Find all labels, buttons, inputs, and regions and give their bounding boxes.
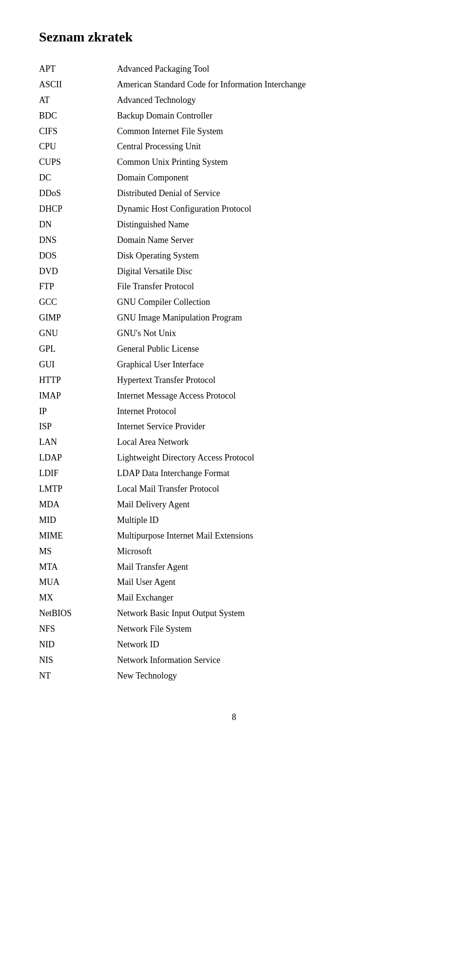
abbreviation-value: Multipurpose Internet Mail Extensions bbox=[117, 529, 429, 543]
abbreviation-key: DOS bbox=[39, 249, 117, 263]
abbreviation-value: Digital Versatile Disc bbox=[117, 265, 429, 279]
list-item: NTNew Technology bbox=[39, 669, 429, 683]
abbreviation-key: IP bbox=[39, 405, 117, 419]
abbreviation-value: Dynamic Host Configuration Protocol bbox=[117, 202, 429, 216]
list-item: DVDDigital Versatile Disc bbox=[39, 265, 429, 279]
list-item: CIFSCommon Internet File System bbox=[39, 125, 429, 139]
list-item: LDAPLightweight Directory Access Protoco… bbox=[39, 451, 429, 465]
abbreviation-value: Distinguished Name bbox=[117, 218, 429, 232]
abbreviation-value: File Transfer Protocol bbox=[117, 280, 429, 294]
list-item: MIDMultiple ID bbox=[39, 514, 429, 527]
list-item: CPUCentral Processing Unit bbox=[39, 140, 429, 154]
abbreviation-value: New Technology bbox=[117, 669, 429, 683]
abbreviation-value: Lightweight Directory Access Protocol bbox=[117, 451, 429, 465]
abbreviation-key: IMAP bbox=[39, 389, 117, 403]
list-item: DNDistinguished Name bbox=[39, 218, 429, 232]
abbreviation-value: Internet Message Access Protocol bbox=[117, 389, 429, 403]
list-item: GCCGNU Compiler Collection bbox=[39, 296, 429, 309]
abbreviation-value: GNU's Not Unix bbox=[117, 327, 429, 340]
abbreviation-key: HTTP bbox=[39, 374, 117, 387]
abbreviation-key: LAN bbox=[39, 436, 117, 449]
list-item: NFSNetwork File System bbox=[39, 622, 429, 636]
abbreviation-key: DNS bbox=[39, 234, 117, 247]
list-item: NetBIOSNetwork Basic Input Output System bbox=[39, 607, 429, 620]
abbreviation-key: DDoS bbox=[39, 187, 117, 200]
page-number: 8 bbox=[39, 712, 429, 722]
list-item: MXMail Exchanger bbox=[39, 591, 429, 605]
abbreviation-key: MS bbox=[39, 545, 117, 559]
abbreviation-key: LMTP bbox=[39, 482, 117, 496]
list-item: MDAMail Delivery Agent bbox=[39, 498, 429, 512]
abbreviation-key: ASCII bbox=[39, 78, 117, 92]
list-item: GIMPGNU Image Manipulation Program bbox=[39, 311, 429, 325]
abbreviation-value: Internet Protocol bbox=[117, 405, 429, 419]
abbreviation-value: Disk Operating System bbox=[117, 249, 429, 263]
abbreviation-key: DVD bbox=[39, 265, 117, 279]
abbreviation-value: General Public License bbox=[117, 342, 429, 356]
abbreviation-key: CPU bbox=[39, 140, 117, 154]
list-item: ISPInternet Service Provider bbox=[39, 420, 429, 434]
abbreviation-value: GNU Compiler Collection bbox=[117, 296, 429, 309]
abbreviation-key: GPL bbox=[39, 342, 117, 356]
abbreviation-value: Graphical User Interface bbox=[117, 358, 429, 372]
list-item: IMAPInternet Message Access Protocol bbox=[39, 389, 429, 403]
abbreviation-value: Mail Exchanger bbox=[117, 591, 429, 605]
abbreviation-key: DHCP bbox=[39, 202, 117, 216]
abbreviation-value: Domain Component bbox=[117, 171, 429, 185]
abbreviation-key: MX bbox=[39, 591, 117, 605]
page-title: Seznam zkratek bbox=[39, 29, 429, 45]
abbreviation-value: Hypertext Transfer Protocol bbox=[117, 374, 429, 387]
abbreviation-list: APTAdvanced Packaging ToolASCIIAmerican … bbox=[39, 62, 429, 683]
abbreviation-key: CUPS bbox=[39, 156, 117, 169]
abbreviation-value: GNU Image Manipulation Program bbox=[117, 311, 429, 325]
list-item: NISNetwork Information Service bbox=[39, 654, 429, 667]
abbreviation-value: Network ID bbox=[117, 638, 429, 652]
list-item: LANLocal Area Network bbox=[39, 436, 429, 449]
abbreviation-key: BDC bbox=[39, 109, 117, 123]
abbreviation-key: FTP bbox=[39, 280, 117, 294]
abbreviation-key: MIME bbox=[39, 529, 117, 543]
list-item: ATAdvanced Technology bbox=[39, 94, 429, 107]
abbreviation-key: DC bbox=[39, 171, 117, 185]
list-item: DDoSDistributed Denial of Service bbox=[39, 187, 429, 200]
abbreviation-key: NT bbox=[39, 669, 117, 683]
abbreviation-value: Mail Transfer Agent bbox=[117, 560, 429, 574]
abbreviation-key: GNU bbox=[39, 327, 117, 340]
list-item: CUPSCommon Unix Printing System bbox=[39, 156, 429, 169]
abbreviation-key: MID bbox=[39, 514, 117, 527]
abbreviation-value: Network Basic Input Output System bbox=[117, 607, 429, 620]
abbreviation-value: Local Mail Transfer Protocol bbox=[117, 482, 429, 496]
abbreviation-value: Local Area Network bbox=[117, 436, 429, 449]
list-item: HTTPHypertext Transfer Protocol bbox=[39, 374, 429, 387]
abbreviation-value: Common Internet File System bbox=[117, 125, 429, 139]
abbreviation-key: LDIF bbox=[39, 467, 117, 480]
abbreviation-key: APT bbox=[39, 62, 117, 76]
list-item: GUIGraphical User Interface bbox=[39, 358, 429, 372]
list-item: GNUGNU's Not Unix bbox=[39, 327, 429, 340]
abbreviation-value: Advanced Technology bbox=[117, 94, 429, 107]
list-item: MIMEMultipurpose Internet Mail Extension… bbox=[39, 529, 429, 543]
list-item: DHCPDynamic Host Configuration Protocol bbox=[39, 202, 429, 216]
abbreviation-key: NID bbox=[39, 638, 117, 652]
list-item: GPLGeneral Public License bbox=[39, 342, 429, 356]
abbreviation-key: GIMP bbox=[39, 311, 117, 325]
abbreviation-value: Internet Service Provider bbox=[117, 420, 429, 434]
list-item: MSMicrosoft bbox=[39, 545, 429, 559]
list-item: MTAMail Transfer Agent bbox=[39, 560, 429, 574]
list-item: MUAMail User Agent bbox=[39, 576, 429, 589]
list-item: DCDomain Component bbox=[39, 171, 429, 185]
abbreviation-value: Distributed Denial of Service bbox=[117, 187, 429, 200]
abbreviation-value: Common Unix Printing System bbox=[117, 156, 429, 169]
abbreviation-key: ISP bbox=[39, 420, 117, 434]
abbreviation-key: LDAP bbox=[39, 451, 117, 465]
abbreviation-value: Advanced Packaging Tool bbox=[117, 62, 429, 76]
abbreviation-key: GUI bbox=[39, 358, 117, 372]
abbreviation-key: GCC bbox=[39, 296, 117, 309]
abbreviation-value: Mail User Agent bbox=[117, 576, 429, 589]
list-item: DNSDomain Name Server bbox=[39, 234, 429, 247]
list-item: FTPFile Transfer Protocol bbox=[39, 280, 429, 294]
list-item: NIDNetwork ID bbox=[39, 638, 429, 652]
abbreviation-value: Central Processing Unit bbox=[117, 140, 429, 154]
abbreviation-value: Network File System bbox=[117, 622, 429, 636]
list-item: ASCIIAmerican Standard Code for Informat… bbox=[39, 78, 429, 92]
